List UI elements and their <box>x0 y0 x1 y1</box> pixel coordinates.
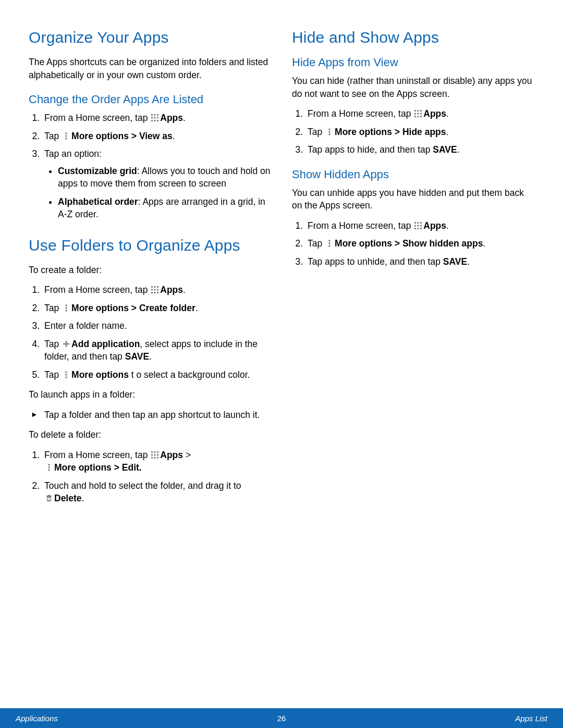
change-order-steps: From a Home screen, tap Apps. Tap More o… <box>29 112 271 221</box>
delete-folder-label: To delete a folder: <box>29 428 271 441</box>
list-item: Tap apps to unhide, and then tap SAVE. <box>305 255 534 268</box>
list-item: From a Home screen, tap Apps. <box>305 107 534 120</box>
footer-topic-name: Apps List <box>515 714 547 723</box>
list-item: Tap an option: Customizable grid: Allows… <box>42 147 271 221</box>
list-item: From a Home screen, tap Apps > More opti… <box>42 449 271 474</box>
left-column: Organize Your Apps The Apps shortcuts ca… <box>29 29 271 512</box>
list-item: Tap More options > Create folder. <box>42 302 271 315</box>
more-options-icon <box>62 304 70 312</box>
heading-show-hidden: Show Hidden Apps <box>292 168 534 181</box>
page-footer: Applications 26 Apps List <box>0 708 563 728</box>
footer-page-number: 26 <box>0 714 563 723</box>
list-item: From a Home screen, tap Apps. <box>42 283 271 297</box>
list-item: Tap More options > Hide apps. <box>305 126 534 139</box>
more-options-icon <box>325 128 334 136</box>
show-hidden-steps: From a Home screen, tap Apps. Tap More o… <box>292 219 534 268</box>
list-item: Touch and hold to select the folder, and… <box>42 479 271 505</box>
list-item: From a Home screen, tap Apps. <box>305 219 534 232</box>
list-item: Tap a folder and then tap an app shortcu… <box>42 409 271 422</box>
list-item: Tap More options > View as. <box>42 130 271 143</box>
heading-hide-show-apps: Hide and Show Apps <box>292 29 534 46</box>
apps-icon <box>151 286 159 294</box>
right-column: Hide and Show Apps Hide Apps from View Y… <box>292 29 534 512</box>
list-item: Tap More options t o select a background… <box>42 368 271 381</box>
footer-section-name: Applications <box>16 714 58 723</box>
show-intro: You can unhide apps you have hidden and … <box>292 187 534 212</box>
create-folder-steps: From a Home screen, tap Apps. Tap More o… <box>29 283 271 381</box>
launch-folder-label: To launch apps in a folder: <box>29 388 271 401</box>
create-folder-label: To create a folder: <box>29 264 271 277</box>
more-options-icon <box>325 239 334 248</box>
heading-use-folders: Use Folders to Organize Apps <box>29 237 271 254</box>
intro-text: The Apps shortcuts can be organized into… <box>29 56 271 81</box>
plus-icon <box>62 340 70 348</box>
hide-intro: You can hide (rather than uninstall or d… <box>292 75 534 100</box>
apps-icon <box>151 451 159 459</box>
apps-icon <box>414 221 422 230</box>
heading-hide-apps: Hide Apps from View <box>292 56 534 69</box>
list-item: Enter a folder name. <box>42 319 271 332</box>
list-item: Tap More options > Show hidden apps. <box>305 237 534 250</box>
apps-icon <box>414 109 422 118</box>
trash-icon <box>45 494 53 502</box>
page-content: Organize Your Apps The Apps shortcuts ca… <box>0 0 563 512</box>
list-item: Tap Add application, select apps to incl… <box>42 338 271 363</box>
delete-folder-steps: From a Home screen, tap Apps > More opti… <box>29 449 271 505</box>
more-options-icon <box>45 463 53 472</box>
launch-folder-steps: Tap a folder and then tap an app shortcu… <box>29 409 271 422</box>
list-item: Tap apps to hide, and then tap SAVE. <box>305 143 534 156</box>
list-item: Customizable grid: Allows you to touch a… <box>58 165 271 190</box>
more-options-icon <box>62 132 70 140</box>
apps-icon <box>151 114 159 122</box>
option-list: Customizable grid: Allows you to touch a… <box>44 165 271 221</box>
list-item: Alphabetical order: Apps are arranged in… <box>58 195 271 221</box>
list-item: From a Home screen, tap Apps. <box>42 112 271 125</box>
more-options-icon <box>62 371 70 379</box>
hide-apps-steps: From a Home screen, tap Apps. Tap More o… <box>292 107 534 156</box>
heading-change-order: Change the Order Apps Are Listed <box>29 93 271 106</box>
heading-organize-your-apps: Organize Your Apps <box>29 29 271 46</box>
